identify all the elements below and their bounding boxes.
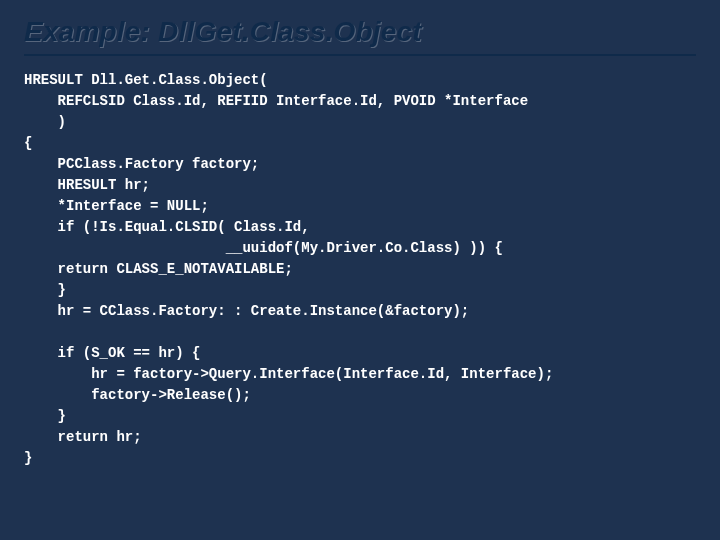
slide-title: Example: DllGet.Class.Object xyxy=(24,16,696,56)
slide: Example: DllGet.Class.Object HRESULT Dll… xyxy=(0,0,720,540)
code-block: HRESULT Dll.Get.Class.Object( REFCLSID C… xyxy=(24,70,696,469)
